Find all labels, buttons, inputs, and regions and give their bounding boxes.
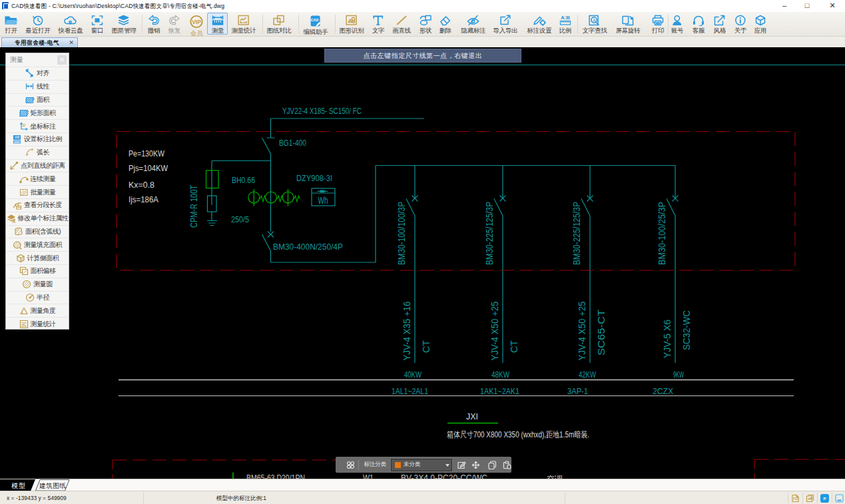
- svg-text:Ijs=186A: Ijs=186A: [129, 194, 158, 204]
- svg-text:BV-3X4.0-PC20-CC/WC: BV-3X4.0-PC20-CC/WC: [401, 473, 487, 479]
- svg-text:W1: W1: [363, 473, 374, 479]
- svg-text:BM30-100/100/3P: BM30-100/100/3P: [396, 202, 407, 265]
- svg-text:YJV-4 X50 +25: YJV-4 X50 +25: [576, 302, 587, 361]
- svg-text:CAD: CAD: [311, 18, 319, 22]
- svg-text:A: A: [593, 18, 596, 23]
- svg-text:箱体尺寸700 X800 X350 (wxhxd),距地1.: 箱体尺寸700 X800 X350 (wxhxd),距地1.5m暗装.: [447, 430, 589, 439]
- svg-text:建筑图纸: 建筑图纸: [39, 482, 66, 489]
- svg-text:48KW: 48KW: [491, 370, 510, 379]
- svg-text:YJV-5 X6: YJV-5 X6: [661, 320, 673, 358]
- svg-text:250/5: 250/5: [231, 214, 249, 224]
- svg-text:VIP: VIP: [192, 19, 201, 25]
- svg-text:YJV-4 X35 +16: YJV-4 X35 +16: [401, 302, 412, 361]
- svg-text:Pe=130KW: Pe=130KW: [129, 148, 165, 158]
- svg-text:1AL1~2AL1: 1AL1~2AL1: [392, 386, 428, 396]
- svg-text:A:B: A:B: [561, 15, 570, 21]
- svg-text:BH0.66: BH0.66: [232, 175, 255, 185]
- svg-text:BG1-400: BG1-400: [279, 138, 306, 148]
- svg-text:JXI: JXI: [466, 411, 478, 421]
- svg-text:40KW: 40KW: [404, 370, 422, 379]
- svg-text:CT: CT: [420, 340, 431, 353]
- svg-text:Pjs=104KW: Pjs=104KW: [129, 163, 168, 173]
- svg-text:BM65-63 D20/1PN: BM65-63 D20/1PN: [246, 473, 305, 479]
- svg-text:BM30-225/125/3P: BM30-225/125/3P: [483, 202, 495, 265]
- svg-text:42KW: 42KW: [579, 370, 597, 379]
- svg-text:YJV22-4 X185- SC150/ FC: YJV22-4 X185- SC150/ FC: [282, 106, 362, 116]
- svg-text:1AK1~2AK1: 1AK1~2AK1: [480, 386, 519, 396]
- svg-text:BM30-100/25/3P: BM30-100/25/3P: [656, 202, 667, 265]
- svg-text:3AP-1: 3AP-1: [567, 386, 588, 396]
- svg-text:P: P: [823, 497, 826, 501]
- svg-text:YJV-4 X50 +25: YJV-4 X50 +25: [489, 302, 500, 361]
- svg-text:DZY908-3I: DZY908-3I: [296, 173, 332, 183]
- svg-text:CT: CT: [508, 340, 519, 353]
- svg-text:CPM-R 100T: CPM-R 100T: [188, 185, 199, 228]
- svg-text:模型: 模型: [11, 482, 26, 489]
- svg-text:SC32-WC: SC32-WC: [681, 310, 692, 350]
- svg-text:Kx=0.8: Kx=0.8: [129, 180, 154, 190]
- svg-text:BM30-400N/250/4P: BM30-400N/250/4P: [273, 242, 343, 252]
- svg-text:BM30-225/125/3P: BM30-225/125/3P: [571, 202, 582, 265]
- svg-text:9KW: 9KW: [673, 370, 684, 379]
- svg-text:2CZX: 2CZX: [653, 386, 673, 396]
- svg-text:PDF: PDF: [793, 497, 799, 501]
- svg-text:Wh: Wh: [318, 195, 328, 206]
- svg-text:SC65-CT: SC65-CT: [595, 310, 607, 356]
